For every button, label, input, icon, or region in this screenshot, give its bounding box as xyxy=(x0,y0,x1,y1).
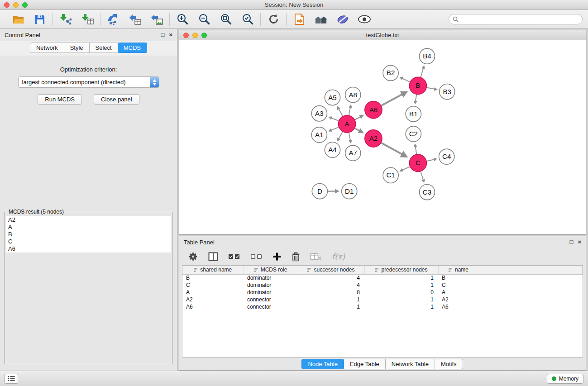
graph-node-C4[interactable]: C4 xyxy=(439,149,454,164)
zoom-window-button[interactable] xyxy=(22,2,28,8)
graph-node-A5[interactable]: A5 xyxy=(325,90,340,105)
task-history-button[interactable] xyxy=(5,374,18,384)
tab-network-table[interactable]: Network Table xyxy=(386,359,435,369)
table-cell[interactable]: A xyxy=(182,289,244,296)
graph-node-D[interactable]: D xyxy=(312,183,327,199)
export-table-button[interactable] xyxy=(128,12,142,27)
table-cell[interactable]: A2 xyxy=(438,296,479,303)
table-cell[interactable]: 1 xyxy=(298,296,364,303)
zoom-selected-button[interactable] xyxy=(240,12,255,27)
column-header-successor-nodes[interactable]: successor nodes xyxy=(298,266,364,274)
memory-button[interactable]: Memory xyxy=(547,374,583,384)
search-input[interactable] xyxy=(461,16,578,23)
show-column-button[interactable] xyxy=(208,252,218,261)
table-cell[interactable]: C xyxy=(438,281,479,289)
table-row[interactable]: A2connector11A2 xyxy=(182,296,583,303)
graph-edge-B-B1[interactable] xyxy=(415,95,416,103)
graph-edge-A-A6[interactable] xyxy=(355,115,363,119)
table-settings-button[interactable] xyxy=(188,252,198,262)
result-item[interactable]: A6 xyxy=(6,245,171,253)
graph-node-C[interactable]: C xyxy=(409,154,426,172)
run-mcds-button[interactable]: Run MCDS xyxy=(38,94,82,105)
table-cell[interactable]: A2 xyxy=(182,296,244,303)
graph-edge-B-B2[interactable] xyxy=(400,77,410,82)
delete-column-button[interactable] xyxy=(292,252,300,262)
table-cell[interactable]: C xyxy=(182,281,244,289)
tab-network[interactable]: Network xyxy=(30,43,64,53)
graph-edge-A-A8[interactable] xyxy=(349,105,351,115)
column-header-shared-name[interactable]: shared name xyxy=(182,266,244,274)
graph-node-A4[interactable]: A4 xyxy=(325,142,340,157)
function-builder-button[interactable]: f(x) xyxy=(332,252,345,261)
graph-edge-C-C1[interactable] xyxy=(400,167,410,171)
table-cell[interactable]: A6 xyxy=(438,303,479,310)
result-item[interactable]: C xyxy=(6,238,171,245)
graph-edge-B-B3[interactable] xyxy=(427,87,437,89)
table-cell[interactable]: 4 xyxy=(298,281,364,289)
home-button[interactable] xyxy=(314,12,328,27)
import-network-button[interactable] xyxy=(58,12,73,27)
table-cell[interactable]: 1 xyxy=(364,274,438,281)
table-cell[interactable]: A6 xyxy=(182,303,244,310)
table-cell[interactable]: 4 xyxy=(298,274,364,281)
tab-select[interactable]: Select xyxy=(90,43,118,53)
table-cell[interactable]: B xyxy=(182,274,244,281)
optimization-criterion-dropdown[interactable]: largest connected component (directed) xyxy=(18,76,159,88)
network-minimize-button[interactable] xyxy=(192,33,198,38)
tab-edge-table[interactable]: Edge Table xyxy=(344,359,386,369)
table-cell[interactable]: 8 xyxy=(298,289,364,296)
show-view-button[interactable] xyxy=(357,12,372,27)
network-zoom-button[interactable] xyxy=(201,33,207,38)
graph-node-A1[interactable]: A1 xyxy=(311,127,327,143)
graph-edge-B-B4[interactable] xyxy=(421,67,424,77)
table-row[interactable]: A6connector11A6 xyxy=(182,303,583,310)
graph-node-C1[interactable]: C1 xyxy=(383,167,398,183)
table-cell[interactable]: 1 xyxy=(364,303,438,310)
delete-table-button[interactable] xyxy=(310,253,322,261)
tab-motifs[interactable]: Motifs xyxy=(435,359,463,369)
table-cell[interactable]: connector xyxy=(244,303,298,310)
open-file-button[interactable] xyxy=(11,12,25,27)
table-cell[interactable]: 1 xyxy=(298,303,364,310)
graph-edge-A-A4[interactable] xyxy=(338,132,343,140)
column-header-name[interactable]: name xyxy=(438,266,479,274)
graph-node-A2[interactable]: A2 xyxy=(365,130,382,147)
graph-edge-A-A1[interactable] xyxy=(329,127,339,131)
select-all-button[interactable] xyxy=(228,253,240,260)
network-close-button[interactable] xyxy=(183,33,189,38)
network-canvas[interactable]: B4B2BB3A8A5A6A3B1AC2A1A2A4A7C4CC1C3DD1 xyxy=(179,40,586,234)
zoom-out-button[interactable] xyxy=(197,12,211,27)
graph-node-B[interactable]: B xyxy=(409,77,426,94)
table-cell[interactable]: dominator xyxy=(244,281,298,289)
graph-edge-A-A7[interactable] xyxy=(349,133,351,143)
graph-edge-A6-B[interactable] xyxy=(382,92,406,105)
graph-edge-C-C2[interactable] xyxy=(415,144,416,154)
export-network-button[interactable] xyxy=(106,12,120,27)
import-table-button[interactable] xyxy=(80,12,95,27)
graph-node-B4[interactable]: B4 xyxy=(419,48,435,64)
graph-node-C2[interactable]: C2 xyxy=(406,126,421,142)
table-close-panel-icon[interactable]: × xyxy=(578,239,581,245)
tab-node-table[interactable]: Node Table xyxy=(301,359,344,369)
graph-edge-A2-C[interactable] xyxy=(381,143,406,157)
search-field[interactable] xyxy=(449,14,583,24)
zoom-fit-button[interactable] xyxy=(219,12,233,27)
graph-edge-A-A5[interactable] xyxy=(338,107,343,116)
hide-annotations-button[interactable] xyxy=(335,12,350,27)
table-float-panel-icon[interactable]: □ xyxy=(570,239,574,245)
export-image-button[interactable] xyxy=(149,12,164,27)
graph-node-A[interactable]: A xyxy=(339,115,356,133)
apply-layout-button[interactable] xyxy=(266,12,281,27)
graph-edge-C-C3[interactable] xyxy=(421,172,424,182)
table-cell[interactable]: dominator xyxy=(244,274,298,281)
graph-edge-A-A3[interactable] xyxy=(329,117,338,121)
graph-node-C3[interactable]: C3 xyxy=(419,184,435,200)
table-row[interactable]: Cdominator41C xyxy=(182,281,583,289)
table-cell[interactable]: 0 xyxy=(364,289,438,296)
table-cell[interactable]: 1 xyxy=(364,296,438,303)
graph-node-A8[interactable]: A8 xyxy=(345,87,361,102)
table-row[interactable]: Adominator80A xyxy=(182,289,583,296)
graph-node-B1[interactable]: B1 xyxy=(406,106,421,122)
save-session-button[interactable] xyxy=(33,12,47,27)
tab-style[interactable]: Style xyxy=(64,43,90,53)
